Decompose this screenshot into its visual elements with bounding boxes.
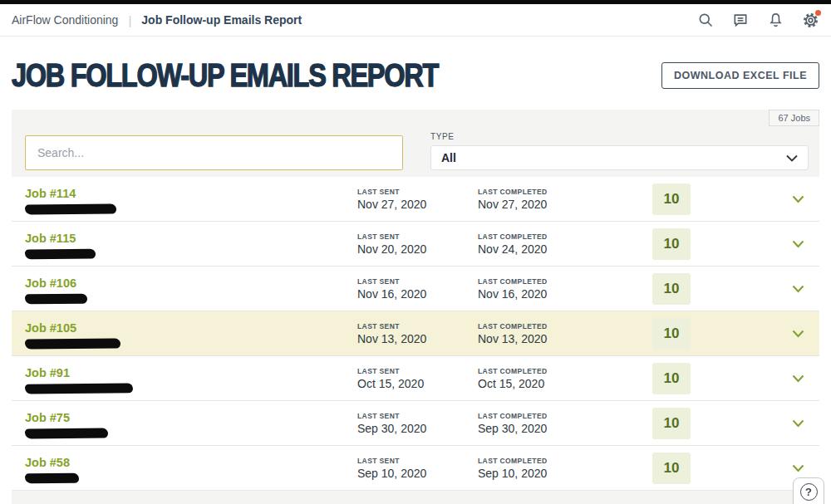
chevron-down-icon <box>792 326 804 341</box>
help-button[interactable]: ? <box>793 477 824 504</box>
jobs-list: Job #114 LAST SENT Nov 27, 2020 LAST COM… <box>12 177 819 491</box>
email-count-badge: 10 <box>652 228 691 260</box>
job-link[interactable]: Job #105 <box>25 321 76 335</box>
search-input[interactable] <box>25 135 403 170</box>
redacted-name <box>25 383 133 394</box>
type-selected-value: All <box>441 151 786 164</box>
job-cell: Job #115 <box>25 229 357 259</box>
last-sent-label: LAST SENT <box>357 277 478 286</box>
last-completed-cell: LAST COMPLETED Nov 24, 2020 <box>478 232 652 256</box>
job-cell: Job #91 <box>25 364 357 394</box>
type-filter-label: TYPE <box>430 132 809 141</box>
redacted-name <box>25 203 116 214</box>
email-count-badge: 10 <box>652 363 691 394</box>
last-completed-value: Oct 15, 2020 <box>478 377 652 390</box>
brand-name[interactable]: AirFlow Conditioning <box>12 13 118 27</box>
email-count-badge: 10 <box>652 453 691 484</box>
expand-row-chevron[interactable] <box>792 371 808 386</box>
table-row[interactable]: Job #75 LAST SENT Sep 30, 2020 LAST COMP… <box>12 401 819 446</box>
download-excel-button[interactable]: DOWNLOAD EXCEL FILE <box>661 62 819 89</box>
last-completed-value: Nov 27, 2020 <box>478 198 652 211</box>
last-completed-label: LAST COMPLETED <box>478 367 652 375</box>
expand-row-chevron[interactable] <box>792 237 808 252</box>
job-link[interactable]: Job #75 <box>25 411 70 424</box>
job-link[interactable]: Job #106 <box>25 276 76 290</box>
job-cell: Job #75 <box>25 409 357 438</box>
last-sent-cell: LAST SENT Nov 27, 2020 <box>357 188 478 211</box>
nav-separator: | <box>128 13 131 27</box>
job-link[interactable]: Job #115 <box>25 232 76 245</box>
redacted-name <box>25 428 108 438</box>
bell-icon[interactable] <box>766 11 784 29</box>
expand-row-chevron[interactable] <box>792 461 808 476</box>
table-row[interactable]: Job #58 LAST SENT Sep 10, 2020 LAST COMP… <box>12 446 819 491</box>
job-link[interactable]: Job #114 <box>25 187 76 200</box>
last-sent-cell: LAST SENT Nov 13, 2020 <box>357 322 478 345</box>
last-sent-label: LAST SENT <box>357 457 478 465</box>
last-sent-value: Nov 13, 2020 <box>357 332 478 345</box>
jobs-count-badge: 67 Jobs <box>769 110 819 126</box>
email-count-badge: 10 <box>652 273 691 305</box>
chevron-down-icon <box>792 281 804 296</box>
job-cell: Job #105 <box>25 319 357 349</box>
expand-row-chevron[interactable] <box>792 192 808 207</box>
last-sent-value: Oct 15, 2020 <box>357 377 478 390</box>
table-row[interactable]: Job #106 LAST SENT Nov 16, 2020 LAST COM… <box>12 267 819 311</box>
job-link[interactable]: Job #91 <box>25 366 70 379</box>
last-completed-label: LAST COMPLETED <box>478 277 652 286</box>
last-sent-value: Nov 27, 2020 <box>357 198 478 211</box>
last-sent-cell: LAST SENT Oct 15, 2020 <box>357 367 478 390</box>
breadcrumb-page-title: Job Follow-up Emails Report <box>141 13 302 27</box>
last-completed-label: LAST COMPLETED <box>478 322 652 330</box>
last-completed-label: LAST COMPLETED <box>478 457 652 465</box>
page-title: JOB FOLLOW-UP EMAILS REPORT <box>12 57 438 94</box>
last-completed-value: Sep 30, 2020 <box>478 422 652 435</box>
table-row[interactable]: Job #115 LAST SENT Nov 20, 2020 LAST COM… <box>12 222 819 267</box>
expand-row-chevron[interactable] <box>792 281 808 296</box>
last-sent-value: Nov 16, 2020 <box>357 287 478 301</box>
last-completed-value: Nov 16, 2020 <box>478 287 652 301</box>
search-icon[interactable] <box>696 11 715 29</box>
question-mark-icon: ? <box>800 483 818 501</box>
gear-icon[interactable] <box>801 11 819 29</box>
last-sent-value: Sep 30, 2020 <box>357 422 478 435</box>
top-nav: AirFlow Conditioning | Job Follow-up Ema… <box>0 4 831 37</box>
table-row[interactable]: Job #91 LAST SENT Oct 15, 2020 LAST COMP… <box>12 356 819 401</box>
redacted-name <box>25 248 96 259</box>
chevron-down-icon <box>792 371 804 386</box>
last-completed-cell: LAST COMPLETED Nov 13, 2020 <box>478 322 652 345</box>
type-select[interactable]: All <box>430 145 809 170</box>
last-completed-value: Sep 10, 2020 <box>478 467 652 480</box>
notification-dot <box>815 10 821 16</box>
last-sent-label: LAST SENT <box>357 188 478 196</box>
expand-row-chevron[interactable] <box>792 416 808 431</box>
page-header: JOB FOLLOW-UP EMAILS REPORT DOWNLOAD EXC… <box>0 37 831 110</box>
chat-icon[interactable] <box>731 11 750 29</box>
last-completed-label: LAST COMPLETED <box>478 412 652 420</box>
last-sent-value: Sep 10, 2020 <box>357 467 478 480</box>
email-count-badge: 10 <box>652 408 691 439</box>
redacted-name <box>25 338 120 349</box>
filters-bar: TYPE All <box>12 110 819 177</box>
job-cell: Job #106 <box>25 274 357 304</box>
table-row[interactable]: Job #105 LAST SENT Nov 13, 2020 LAST COM… <box>12 311 819 356</box>
last-sent-label: LAST SENT <box>357 232 478 241</box>
chevron-down-icon <box>792 237 804 252</box>
email-count-badge: 10 <box>652 183 691 215</box>
report-panel: 67 Jobs TYPE All Job #114 LAST SENT Nov … <box>12 110 819 504</box>
chevron-down-icon <box>792 416 804 431</box>
expand-row-chevron[interactable] <box>792 326 808 341</box>
last-completed-cell: LAST COMPLETED Nov 16, 2020 <box>478 277 652 301</box>
nav-icon-group <box>696 11 819 29</box>
last-completed-label: LAST COMPLETED <box>478 188 652 196</box>
last-sent-cell: LAST SENT Sep 10, 2020 <box>357 457 478 480</box>
redacted-name <box>25 472 79 483</box>
last-sent-label: LAST SENT <box>357 367 478 375</box>
chevron-down-icon <box>792 461 804 476</box>
last-sent-value: Nov 20, 2020 <box>357 242 478 256</box>
table-row[interactable]: Job #114 LAST SENT Nov 27, 2020 LAST COM… <box>12 177 819 222</box>
last-completed-cell: LAST COMPLETED Nov 27, 2020 <box>478 188 652 211</box>
job-cell: Job #114 <box>25 184 357 214</box>
job-link[interactable]: Job #58 <box>25 456 70 469</box>
last-sent-cell: LAST SENT Sep 30, 2020 <box>357 412 478 435</box>
